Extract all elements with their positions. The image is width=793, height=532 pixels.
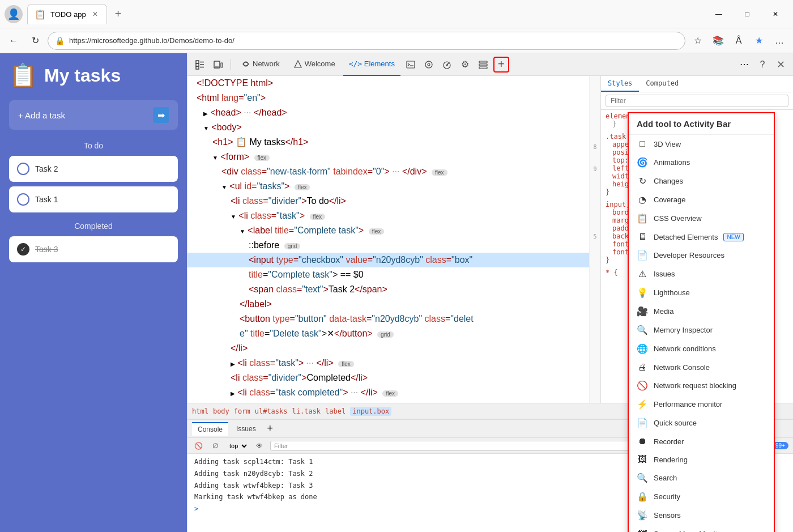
html-line-3[interactable]: ▶ <head> ··· </head>	[187, 105, 589, 120]
overlay-item-security[interactable]: 🔒 Security	[629, 487, 774, 506]
sources-button[interactable]	[421, 57, 437, 73]
memory-inspector-icon: 🔍	[637, 325, 648, 335]
favorites-button[interactable]: ☆	[689, 32, 707, 50]
close-devtools-button[interactable]: ✕	[773, 57, 788, 73]
overlay-item-memory-inspector[interactable]: 🔍 Memory Inspector	[629, 321, 774, 339]
html-line-20[interactable]: ▶ <li class="task"> ··· </li> flex	[187, 356, 589, 371]
console-tab[interactable]: Console	[192, 422, 228, 436]
html-line-22[interactable]: ▶ <li class="task completed"> ··· </li> …	[187, 385, 589, 400]
tab-network[interactable]: Network	[236, 53, 285, 76]
task-item-task1[interactable]: Task 1	[9, 186, 178, 212]
tab-close-button[interactable]: ✕	[91, 10, 100, 19]
overlay-item-source-maps-monitor[interactable]: 🗺 Source Maps Monitor	[629, 525, 774, 532]
overlay-item-sensors[interactable]: 📡 Sensors	[629, 506, 774, 525]
html-line-14[interactable]: title="Complete task"> == $0	[187, 267, 589, 282]
styles-tab[interactable]: Styles	[601, 76, 639, 92]
layers-button[interactable]	[475, 57, 491, 73]
performance-button[interactable]	[439, 57, 455, 73]
crumb-label[interactable]: label	[325, 407, 346, 415]
computed-tab[interactable]: Computed	[639, 76, 685, 92]
html-tree[interactable]: <!DOCTYPE html> <html lang="en"> ▶ <head…	[187, 76, 589, 403]
html-line-10[interactable]: ▼ <li class="task"> flex	[187, 208, 589, 223]
html-line-15[interactable]: <span class="text">Task 2</span>	[187, 282, 589, 297]
back-button[interactable]: ←	[5, 32, 23, 50]
html-line-11[interactable]: ▼ <label title="Complete task"> flex	[187, 223, 589, 238]
filter-console-button[interactable]: ∅	[209, 440, 221, 452]
overlay-item-performance-monitor[interactable]: ⚡ Performance monitor	[629, 395, 774, 414]
developer-resources-icon: 📄	[637, 250, 648, 261]
add-tool-button[interactable]: +	[493, 57, 509, 73]
overlay-item-changes[interactable]: ↻ Changes	[629, 172, 774, 190]
html-line-18[interactable]: e" title="Delete task">✕</button> grid	[187, 326, 589, 341]
device-emulation-button[interactable]	[210, 57, 226, 73]
html-line-9[interactable]: <li class="divider">To do</li>	[187, 194, 589, 208]
reader-button[interactable]: Â	[730, 32, 748, 50]
task-checkbox-task1[interactable]	[17, 193, 29, 206]
crumb-form[interactable]: form	[234, 407, 250, 415]
html-line-5[interactable]: <h1> 📋 My tasks</h1>	[187, 135, 589, 150]
task-item-task2[interactable]: Task 2	[9, 156, 178, 182]
overlay-item-network-console[interactable]: 🖨 Network Console	[629, 358, 774, 376]
console-button[interactable]	[403, 57, 419, 73]
task-checkbox-task2[interactable]	[17, 163, 29, 175]
overlay-item-network-request-blocking[interactable]: 🚫 Network request blocking	[629, 376, 774, 395]
active-tab[interactable]: 📋 TODO app ✕	[27, 4, 107, 24]
overlay-item-media[interactable]: 🎥 Media	[629, 302, 774, 321]
overlay-item-coverage[interactable]: ◔ Coverage	[629, 190, 774, 209]
overlay-item-search[interactable]: 🔍 Search	[629, 469, 774, 487]
html-line-21[interactable]: <li class="divider">Completed</li>	[187, 371, 589, 385]
close-button[interactable]: ✕	[762, 5, 788, 23]
html-line-19[interactable]: </li>	[187, 341, 589, 356]
new-tab-button[interactable]: +	[109, 5, 127, 23]
crumb-ul[interactable]: ul#tasks	[255, 407, 288, 415]
overlay-item-recorder[interactable]: ⏺ Recorder	[629, 432, 774, 450]
html-line-8[interactable]: ▼ <ul id="tasks"> flex	[187, 179, 589, 194]
refresh-button[interactable]: ↻	[26, 32, 44, 50]
maximize-button[interactable]: □	[734, 5, 760, 23]
tab-elements[interactable]: </> Elements	[343, 53, 400, 76]
html-line-13[interactable]: <input type="checkbox" value="n20yd8cyb"…	[187, 253, 589, 267]
minimize-button[interactable]: —	[706, 5, 732, 23]
more-button[interactable]: …	[770, 32, 788, 50]
overlay-item-network-conditions[interactable]: 🌐 Network conditions	[629, 339, 774, 358]
issues-tab[interactable]: Issues	[231, 423, 262, 435]
context-selector[interactable]: top	[226, 441, 249, 450]
styles-filter-input[interactable]	[606, 95, 788, 107]
more-options-button[interactable]: ⋯	[736, 57, 752, 73]
tab-welcome[interactable]: Welcome	[288, 53, 341, 76]
overlay-item-animations[interactable]: 🌀 Animations	[629, 153, 774, 172]
crumb-body[interactable]: body	[213, 407, 229, 415]
overlay-item-rendering[interactable]: 🖼 Rendering	[629, 450, 774, 469]
html-line-17[interactable]: <button type="button" data-task="n20yd8c…	[187, 312, 589, 326]
settings-button[interactable]: ⚙	[457, 57, 473, 73]
html-line-2[interactable]: <html lang="en">	[187, 91, 589, 105]
address-bar[interactable]: 🔒 https://microsoftedge.github.io/Demos/…	[48, 32, 685, 50]
overlay-item-issues[interactable]: ⚠ Issues	[629, 265, 774, 283]
html-line-6[interactable]: ▼ <form> flex	[187, 150, 589, 164]
html-line-12[interactable]: ::before grid	[187, 238, 589, 253]
html-line-16[interactable]: </label>	[187, 297, 589, 312]
profile-icon[interactable]: 👤	[5, 5, 23, 23]
overlay-item-developer-resources[interactable]: 📄 Developer Resources	[629, 246, 774, 265]
html-line-7[interactable]: <div class="new-task-form" tabindex="0">…	[187, 164, 589, 179]
overlay-item-lighthouse[interactable]: 💡 Lighthouse	[629, 283, 774, 302]
eye-button[interactable]: 👁	[253, 440, 266, 452]
task-item-task3[interactable]: ✓ Task 3	[9, 236, 178, 262]
crumb-li[interactable]: li.task	[292, 407, 321, 415]
crumb-html[interactable]: html	[192, 407, 208, 415]
add-panel-button[interactable]: +	[264, 423, 276, 435]
clear-console-button[interactable]: 🚫	[192, 440, 204, 452]
task-checkbox-task3[interactable]: ✓	[17, 243, 29, 256]
html-line-4[interactable]: ▼ <body>	[187, 120, 589, 135]
help-button[interactable]: ?	[754, 57, 770, 73]
overlay-item-quick-source[interactable]: 📄 Quick source	[629, 414, 774, 432]
overlay-item-3dview[interactable]: □ 3D View	[629, 135, 774, 153]
collections-button[interactable]: 📚	[709, 32, 727, 50]
edge-star[interactable]: ★	[750, 32, 768, 50]
html-line-1[interactable]: <!DOCTYPE html>	[187, 76, 589, 91]
inspect-element-button[interactable]	[192, 57, 208, 73]
crumb-input[interactable]: input.box	[350, 407, 391, 416]
overlay-item-detached-elements[interactable]: 🖥 Detached Elements NEW	[629, 228, 774, 246]
overlay-item-css-overview[interactable]: 📋 CSS Overview	[629, 209, 774, 228]
add-task-button[interactable]: + Add a task ➡	[9, 100, 178, 130]
